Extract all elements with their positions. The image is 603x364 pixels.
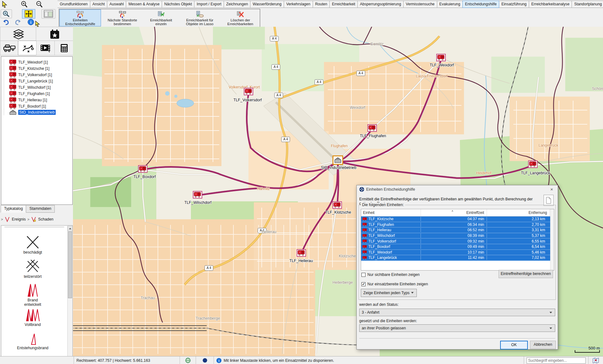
unit-list-item[interactable]: TLF_Flughafen [1]: [1, 91, 72, 97]
menu-tab-auswahl[interactable]: Auswahl: [107, 1, 126, 8]
sidebar-tab-vehicles[interactable]: [0, 41, 19, 55]
column-header-eintreffzeit[interactable]: Eintreffzeit: [421, 209, 487, 216]
sidebar-tab-calculator[interactable]: [54, 41, 74, 55]
table-row[interactable]: TLF_Wilschdorf08:39 min5,37 km: [361, 233, 554, 239]
menu-tab-zeichnungen[interactable]: Zeichnungen: [224, 1, 250, 8]
overview-panel-button[interactable]: [42, 9, 55, 19]
legend-item-beschaedigt[interactable]: beschädigt: [1, 234, 64, 255]
nearest-locations-button[interactable]: Nächste Standorte bestimmen: [101, 9, 144, 26]
breadcrumb-item[interactable]: Schaden: [38, 217, 53, 221]
unit-marker-tlf-weixdorf[interactable]: [436, 54, 446, 61]
map-label: Flughafen: [331, 144, 348, 148]
table-row[interactable]: TLF_Klotzsche04:37 min2,13 km: [361, 216, 554, 222]
unit-list-item[interactable]: TLF_Weixdorf [1]: [1, 59, 72, 65]
sidebar-tab-layers[interactable]: [0, 27, 37, 42]
table-header[interactable]: Einheit Eintreffzeit Entfernung ᴧ: [361, 209, 554, 216]
search-input[interactable]: [527, 357, 586, 364]
unit-list-item[interactable]: TLF_Wilschdorf [1]: [1, 84, 72, 90]
unit-marker-tlf-klotzsche[interactable]: [332, 201, 342, 209]
legend-item-vollbrand[interactable]: Vollbrand: [1, 308, 64, 327]
unit-list-item-selected[interactable]: StO_Industriebetrieb: [1, 109, 72, 115]
pan-button[interactable]: [22, 9, 35, 19]
sidebar-tab-playback[interactable]: [36, 41, 55, 55]
vehicles-icon: [3, 44, 16, 53]
table-row[interactable]: TLF_Volkersdorf09:32 min6,55 km: [361, 238, 554, 244]
menu-tab-verkehrslagen[interactable]: Verkehrslagen: [284, 1, 313, 8]
menu-tab-erreichbarkeit[interactable]: Erreichbarkeit: [329, 1, 358, 8]
menu-tab-ansicht[interactable]: Ansicht: [90, 1, 107, 8]
checkbox-visible-units[interactable]: Nur sichtbare Einheiten zeigen: [361, 272, 420, 277]
tab-stammdaten[interactable]: Stammdaten: [26, 205, 55, 213]
unit-marker-tlf-boxdorf[interactable]: [138, 165, 148, 173]
menu-tab-messen-analyse[interactable]: Messen & Analyse: [126, 1, 162, 8]
units-decision-button[interactable]: Einheiten Entscheidungshilfe: [59, 9, 101, 26]
unit-list-item[interactable]: TLF_Langebrück [1]: [1, 78, 72, 84]
reachability-lasso-button[interactable]: Erreichbarkeit für Objekte im Lasso: [178, 9, 221, 26]
menu-tab-erreichbarkeitsanalyse[interactable]: Erreichbarkeitsanalyse: [529, 1, 572, 8]
reachability-single-button[interactable]: Erreichbarkeit einzeln: [144, 9, 178, 26]
legend-scrollbar[interactable]: [67, 226, 72, 364]
menu-tab-evakuierung[interactable]: Evakuierung: [437, 1, 463, 8]
menu-tab-routen[interactable]: Routen: [313, 1, 330, 8]
unit-marker-tlf-langebrueck[interactable]: [528, 160, 538, 168]
column-header-entfernung[interactable]: Entfernung: [487, 209, 550, 216]
map-tool-indicator[interactable]: [589, 356, 603, 364]
unit-marker-tlf-hellerau[interactable]: [297, 249, 306, 257]
legend-item-teilzerstoert[interactable]: teilzerstört: [1, 259, 64, 279]
zoom-in-button[interactable]: [19, 0, 30, 8]
table-scrollbar[interactable]: [550, 209, 554, 270]
redo-button[interactable]: [13, 19, 23, 26]
sidebar-tab-events[interactable]: [36, 27, 74, 42]
menu-tab-einsatzfuehrung[interactable]: Einsatzführung: [499, 1, 529, 8]
menu-tab-wasserfoerderung[interactable]: Wasserförderung: [250, 1, 284, 8]
column-header-einheit[interactable]: Einheit: [361, 209, 421, 216]
menu-tab-entscheidungshilfe[interactable]: Entscheidungshilfe: [462, 1, 499, 8]
unit-list-item[interactable]: TLF_Hellerau [1]: [1, 97, 72, 103]
menu-tab-standortplanung[interactable]: Standortplanung: [572, 1, 603, 8]
checkbox-box[interactable]: [361, 273, 366, 277]
dialog-title-bar[interactable]: Einheiten Entscheidunghilfe ×: [357, 185, 558, 193]
checkbox-ready-units[interactable]: Nur einsatzbereite Einheiten zeigen: [361, 282, 428, 286]
legend-item-entstehungsbrand[interactable]: Entstehungsbrand: [1, 332, 64, 350]
legend-item-brand-entwickelt[interactable]: Brand entwickelt: [1, 283, 64, 307]
menu-tab-vermisstensuche[interactable]: Vermisstensuche: [403, 1, 437, 8]
units-table[interactable]: Einheit Eintreffzeit Entfernung ᴧ TLF_Kl…: [361, 209, 554, 271]
tab-typkatalog[interactable]: Typkatalog: [1, 205, 26, 213]
calculate-arrival-order-button[interactable]: Eintreffreihenfolge berechnen: [499, 270, 553, 278]
unit-list-item[interactable]: TLF_Klotzsche [1]: [1, 65, 72, 71]
site-marker-sto-industriebetrieb[interactable]: [332, 155, 343, 165]
zoom-out-button[interactable]: [34, 0, 45, 8]
checkbox-box[interactable]: [361, 282, 366, 286]
table-row[interactable]: TLF_Boxdorf09:49 min6,54 km: [361, 244, 554, 250]
scroll-up-icon[interactable]: [68, 226, 73, 231]
cancel-button[interactable]: Abbrechen: [530, 341, 556, 349]
unit-list-item[interactable]: TLF_Boxdorf [1]: [1, 103, 72, 109]
breadcrumb-item[interactable]: Ereignis: [12, 217, 25, 221]
menu-tab-import-export[interactable]: Import / Export: [194, 1, 224, 8]
position-select[interactable]: an ihrer Position gelassen: [359, 324, 555, 332]
copy-button[interactable]: [544, 195, 554, 206]
delete-reachability-button[interactable]: Löschen der Erreichbarkeiten: [221, 9, 260, 26]
menu-tab-grundfunktionen[interactable]: Grundfunktionen: [58, 1, 90, 8]
zoom-region-button[interactable]: [1, 9, 12, 18]
unit-marker-tlf-volkersdorf[interactable]: [244, 88, 253, 95]
table-row[interactable]: TLF_Hellerau06:52 min3,31 km: [361, 227, 554, 233]
menu-tab-absperrungsoptimierung[interactable]: Absperrungsoptimierung: [357, 1, 404, 8]
close-icon[interactable]: ×: [547, 186, 556, 193]
undo-button[interactable]: [1, 19, 11, 26]
ok-button[interactable]: OK: [500, 341, 528, 350]
select-cursor-icon[interactable]: [1, 0, 9, 8]
unit-marker-tlf-flughafen[interactable]: [367, 124, 377, 132]
scrollbar-thumb[interactable]: [68, 232, 72, 298]
unit-type-dropdown[interactable]: Zeige Einheiten jeden Typs: [361, 289, 417, 297]
projection-indicator[interactable]: [180, 356, 196, 364]
table-row[interactable]: TLF_Flughafen06:34 min2,70 km: [361, 222, 554, 228]
status-select[interactable]: 3 - Anfahrt: [359, 309, 555, 316]
unit-list-item[interactable]: TLF_Volkersdorf [1]: [1, 72, 72, 78]
sidebar-tab-routes[interactable]: [18, 41, 37, 55]
table-row[interactable]: TLF_Weixdorf10:17 min5,46 km: [361, 250, 554, 255]
unit-marker-tlf-wilschdorf[interactable]: [193, 191, 202, 199]
table-row[interactable]: TLF_Langebrück11:42 min7,02 km: [361, 255, 554, 261]
row-time: 10:17 min: [421, 250, 487, 255]
menu-tab-naechstes-objekt[interactable]: Nächstes Objekt: [162, 1, 194, 8]
